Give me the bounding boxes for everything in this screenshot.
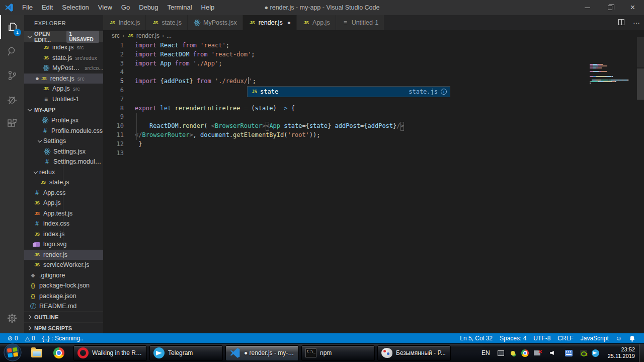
status-utf8[interactable]: UTF-8 (533, 335, 550, 342)
menu-terminal[interactable]: Terminal (163, 0, 196, 15)
tree-item-App.js[interactable]: JSApp.js (24, 198, 103, 208)
taskbar-chrome-icon[interactable] (51, 345, 66, 360)
menu-selection[interactable]: Selection (57, 0, 93, 15)
status-warning[interactable]: △0 (25, 335, 35, 342)
code-line-10: 10 ReactDOM.render( <BrowserRouter><App … (103, 122, 644, 131)
section-npm-scripts[interactable]: NPM SCRIPTS (24, 322, 103, 333)
status-javascript[interactable]: JavaScript (581, 335, 609, 342)
taskbar-button-cmd[interactable]: C:\_npm (301, 345, 375, 361)
tab-renderjs[interactable]: JSrender.js● (243, 15, 297, 30)
tray-hidden-icon[interactable] (497, 348, 506, 357)
tray-redx-icon[interactable] (533, 348, 542, 357)
menu-go[interactable]: Go (117, 0, 134, 15)
suggest-item-state[interactable]: JS state state.js i (248, 87, 450, 97)
split-editor-icon[interactable] (614, 19, 629, 27)
editor-scrollbar[interactable] (637, 30, 644, 333)
tray-key-icon[interactable] (509, 348, 518, 357)
search-icon[interactable] (0, 39, 24, 63)
code-token: { (291, 104, 295, 113)
status-spaces4[interactable]: Spaces: 4 (500, 335, 526, 342)
close-button[interactable]: × (621, 0, 644, 15)
tray-nvidia-icon[interactable] (579, 348, 588, 357)
smiley-icon[interactable]: ☺ (616, 335, 622, 342)
tree-item-App.test.js[interactable]: JSApp.test.js (24, 208, 103, 219)
taskbar-button-telegram[interactable]: Telegram (149, 345, 223, 361)
open-editor-App.js[interactable]: JSApp.jssrc (24, 84, 103, 94)
minimap[interactable] (590, 64, 635, 86)
project-section[interactable]: MY-APP (24, 104, 103, 115)
tree-item-README.md[interactable]: iREADME.md (24, 301, 103, 312)
tree-item-redux[interactable]: redux (24, 167, 103, 178)
tray-tg-mini-icon[interactable] (591, 348, 600, 357)
minimap-seg (615, 81, 616, 82)
restore-button[interactable] (599, 0, 621, 15)
tree-item-state.js[interactable]: JSstate.js (24, 177, 103, 188)
open-editor-Untitled-1[interactable]: ≡Untitled-1 (24, 94, 103, 105)
tree-item-Settings.module.c...[interactable]: #Settings.module.c... (24, 157, 103, 167)
breadcrumb-item[interactable]: src (112, 32, 120, 39)
status-error[interactable]: ⊘0 (8, 335, 18, 342)
manage-gear-icon[interactable] (0, 306, 24, 330)
tree-item-Profile.jsx[interactable]: Profile.jsx (24, 115, 103, 126)
source-control-icon[interactable] (0, 63, 24, 88)
open-editor-MyPosts.jsx[interactable]: MyPosts.jsxsrc\co... (24, 63, 103, 74)
open-editor-state.js[interactable]: JSstate.jssrc\redux (24, 53, 103, 63)
breadcrumb[interactable]: src›JSrender.js›... (103, 30, 644, 41)
file-name: index.css (43, 220, 69, 227)
code-editor[interactable]: 1import React from 'react';2import React… (103, 41, 644, 333)
tab-untitled1[interactable]: ≡Untitled-1 (336, 15, 385, 30)
taskbar-button-paint[interactable]: Безымянный - P... (377, 345, 451, 361)
start-button[interactable] (3, 343, 22, 362)
open-editor-index.js[interactable]: JSindex.jssrc (24, 42, 103, 53)
show-desktop-button[interactable] (639, 344, 644, 362)
tray-clock[interactable]: 23:52 25.11.2019 (608, 346, 635, 359)
tree-item-package.json[interactable]: {}package.json (24, 291, 103, 302)
tree-item-render.js[interactable]: JSrender.js (24, 250, 103, 260)
open-editors-section[interactable]: OPEN EDIT... 1 UNSAVED (24, 31, 103, 42)
section-label: OUTLINE (34, 314, 58, 320)
tab-mypostsjsx[interactable]: MyPosts.jsx (188, 15, 243, 30)
tree-item-index.css[interactable]: #index.css (24, 219, 103, 229)
scrollbar-thumb[interactable] (637, 68, 644, 100)
taskbar-explorer-icon[interactable] (29, 345, 44, 360)
taskbar-button-vscode[interactable]: ● render.js - my-a... (225, 345, 299, 361)
menu-debug[interactable]: Debug (134, 0, 163, 15)
bell-icon[interactable] (629, 335, 635, 342)
tray-chrome-mini-icon[interactable] (521, 348, 530, 357)
status-ln5col32[interactable]: Ln 5, Col 32 (460, 335, 493, 342)
extensions-icon[interactable] (0, 112, 24, 136)
language-indicator[interactable]: EN (481, 349, 490, 356)
tree-item-Settings.jsx[interactable]: Settings.jsx (24, 147, 103, 157)
tray-volume-icon[interactable] (547, 348, 556, 357)
more-actions-icon[interactable]: ··· (629, 19, 644, 27)
tree-item-index.js[interactable]: JSindex.js (24, 229, 103, 240)
tree-item-Profile.module.css[interactable]: #Profile.module.css (24, 126, 103, 136)
status-braces[interactable]: {..}: Scanning.. (42, 335, 84, 342)
menu-help[interactable]: Help (197, 0, 219, 15)
breadcrumb-item[interactable]: render.js (136, 32, 159, 39)
open-editor-render.js[interactable]: ●JSrender.jssrc (24, 74, 103, 84)
tree-item-logo.svg[interactable]: logo.svg (24, 239, 103, 250)
menu-view[interactable]: View (94, 0, 117, 15)
js-file-icon: JS (33, 199, 41, 207)
menu-edit[interactable]: Edit (37, 0, 57, 15)
info-icon[interactable]: i (441, 89, 447, 95)
minimize-button[interactable] (576, 0, 599, 15)
tab-statejs[interactable]: JSstate.js (146, 15, 188, 30)
tray-kbd-icon[interactable] (565, 348, 574, 357)
tree-item-package-lock.json[interactable]: {}package-lock.json (24, 280, 103, 291)
code-token: ReactDOM (160, 50, 193, 59)
tree-item-.gitignore[interactable]: ◆.gitignore (24, 270, 103, 281)
explorer-icon[interactable]: 1 (0, 15, 24, 39)
status-crlf[interactable]: CRLF (557, 335, 573, 342)
tree-item-serviceWorker.js[interactable]: JSserviceWorker.js (24, 260, 103, 270)
tree-item-App.css[interactable]: #App.css (24, 188, 103, 198)
debug-icon[interactable] (0, 88, 24, 112)
breadcrumb-item[interactable]: ... (167, 32, 172, 39)
menu-file[interactable]: File (18, 0, 37, 15)
taskbar-button-opera[interactable]: Walking in the Rai... (73, 345, 147, 361)
section-outline[interactable]: OUTLINE (24, 311, 103, 322)
tree-item-Settings[interactable]: Settings (24, 136, 103, 147)
tab-indexjs[interactable]: JSindex.js (103, 15, 146, 30)
tab-appjs[interactable]: JSApp.js (297, 15, 336, 30)
